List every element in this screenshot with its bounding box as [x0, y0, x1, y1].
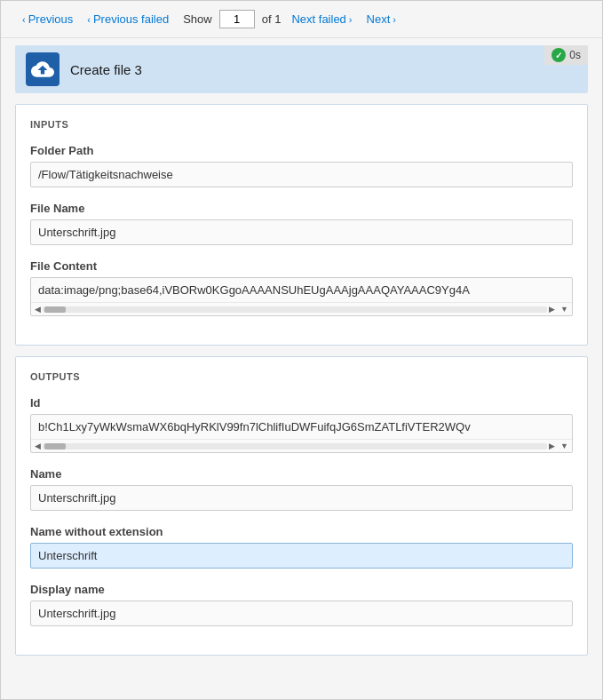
duration-label: 0s	[569, 49, 581, 61]
cloud-upload-icon	[26, 52, 60, 86]
file-content-scrollbar[interactable]	[43, 306, 547, 313]
id-label: Id	[30, 396, 573, 410]
inputs-section-title: INPUTS	[30, 119, 573, 130]
show-label: Show	[183, 12, 212, 26]
id-group: Id b!Ch1Lxy7yWkWsmaWX6bqHyRKlV99fn7lChli…	[30, 396, 573, 453]
name-without-ext-group: Name without extension Unterschrift	[30, 525, 573, 569]
folder-path-group: Folder Path /Flow/Tätigkeitsnachweise	[30, 144, 573, 187]
scroll-left-icon[interactable]: ◀	[35, 305, 41, 314]
name-without-ext-value: Unterschrift	[30, 543, 573, 569]
chevron-left-icon: ‹	[22, 14, 26, 25]
previous-failed-button[interactable]: ‹ Previous failed	[83, 11, 172, 28]
file-content-label: File Content	[30, 259, 573, 273]
step-header: Create file 3 0s	[15, 45, 588, 93]
id-scrollbar[interactable]	[43, 443, 547, 449]
chevron-right-icon: ›	[393, 14, 396, 25]
name-group: Name Unterschrift.jpg	[30, 467, 573, 511]
file-content-scroll-row: ◀ ▶ ▼	[31, 302, 572, 315]
next-failed-button[interactable]: Next failed ›	[288, 11, 355, 28]
of-label: of 1	[262, 12, 282, 26]
previous-button[interactable]: ‹ Previous	[19, 11, 76, 28]
next-label: Next	[367, 12, 391, 26]
file-content-value: data:image/png;base64,iVBORw0KGgoAAAANSU…	[31, 278, 572, 302]
duration-badge: 0s	[544, 45, 588, 65]
cloud-svg	[31, 58, 54, 81]
id-scroll-thumb	[44, 443, 66, 449]
success-icon	[551, 48, 566, 62]
step-title: Create file 3	[70, 62, 142, 77]
next-button[interactable]: Next ›	[363, 11, 400, 28]
chevron-left-failed-icon: ‹	[87, 14, 91, 25]
id-scroll-down-icon[interactable]: ▼	[560, 441, 568, 450]
scroll-right-icon[interactable]: ▶	[549, 305, 555, 314]
id-scroll-left-icon[interactable]: ◀	[35, 441, 41, 450]
file-name-group: File Name Unterschrift.jpg	[30, 202, 573, 245]
display-name-label: Display name	[30, 583, 573, 596]
inputs-section: INPUTS Folder Path /Flow/Tätigkeitsnachw…	[15, 104, 588, 346]
id-scroll-row: ◀ ▶ ▼	[31, 439, 572, 452]
id-scroll-right-icon[interactable]: ▶	[549, 441, 555, 450]
page-input[interactable]	[219, 10, 255, 28]
name-without-ext-label: Name without extension	[30, 525, 573, 538]
name-label: Name	[30, 467, 573, 481]
navigation-bar: ‹ Previous ‹ Previous failed Show of 1 N…	[1, 1, 602, 38]
next-failed-label: Next failed	[291, 12, 345, 26]
file-content-scroll-thumb	[44, 306, 66, 313]
file-content-wrap: data:image/png;base64,iVBORw0KGgoAAAANSU…	[30, 277, 573, 316]
file-name-value: Unterschrift.jpg	[30, 219, 573, 245]
outputs-section-title: OUTPUTS	[30, 371, 573, 382]
id-wrap: b!Ch1Lxy7yWkWsmaWX6bqHyRKlV99fn7lChlifIu…	[30, 414, 573, 453]
display-name-group: Display name Unterschrift.jpg	[30, 583, 573, 626]
scroll-down-icon[interactable]: ▼	[560, 305, 568, 314]
name-value: Unterschrift.jpg	[30, 485, 573, 511]
previous-failed-label: Previous failed	[93, 12, 169, 26]
display-name-value: Unterschrift.jpg	[30, 601, 573, 626]
folder-path-label: Folder Path	[30, 144, 573, 157]
previous-label: Previous	[28, 12, 74, 26]
outputs-section: OUTPUTS Id b!Ch1Lxy7yWkWsmaWX6bqHyRKlV99…	[15, 356, 588, 656]
chevron-right-failed-icon: ›	[349, 14, 353, 25]
file-name-label: File Name	[30, 202, 573, 215]
file-content-group: File Content data:image/png;base64,iVBOR…	[30, 259, 573, 316]
folder-path-value: /Flow/Tätigkeitsnachweise	[30, 162, 573, 187]
id-value: b!Ch1Lxy7yWkWsmaWX6bqHyRKlV99fn7lChlifIu…	[31, 415, 572, 439]
